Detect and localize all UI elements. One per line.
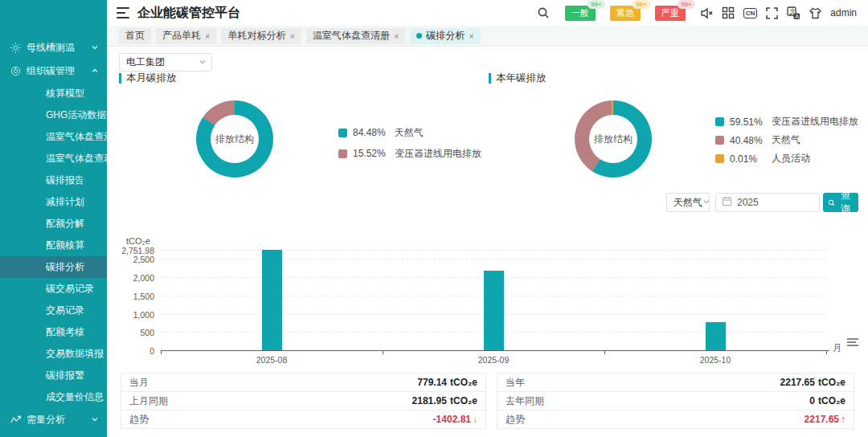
x-axis-category-label: 2025-09 (478, 355, 510, 365)
sidebar-item[interactable]: 配额考核 (0, 321, 107, 343)
summary-value: 2217.65 (780, 377, 815, 388)
x-axis-category-label: 2025-08 (256, 355, 288, 365)
sidebar-item[interactable]: 配额分解 (0, 213, 107, 235)
tab-close-icon[interactable]: × (289, 31, 294, 41)
x-axis-tick (826, 351, 827, 354)
top-header: 企业能碳管控平台 一般99+紧急99+严重99+ CN 文A admin (107, 0, 868, 26)
wave-icon (10, 415, 21, 426)
sidebar-item[interactable]: 减排计划 (0, 191, 107, 213)
summary-row: 趋势2217.65↑ (497, 410, 854, 428)
main-content: 电工集团 本月碳排放 本年碳排放 排放结构 排放结构 84.48%天然气15.5… (107, 47, 868, 437)
chevron-up-icon (91, 66, 99, 77)
chevron-down-icon (702, 197, 710, 208)
legend-label: 变压器进线用电排放 (772, 115, 858, 129)
section-title-month: 本月碳排放 (119, 71, 177, 85)
tab-label: 单耗对标分析 (227, 29, 285, 43)
sidebar-item[interactable]: 碳交易记录 (0, 278, 107, 300)
collapse-menu-icon[interactable] (117, 7, 129, 18)
tab[interactable]: 单耗对标分析× (221, 28, 301, 44)
sidebar-item[interactable]: 交易数据填报 (0, 343, 107, 365)
bar-2025-10 (706, 322, 726, 350)
alarm-badge[interactable]: 一般99+ (565, 6, 596, 21)
summary-value: 2217.65 (805, 414, 839, 425)
alarm-badges: 一般99+紧急99+严重99+ (565, 6, 686, 21)
tab-close-icon[interactable]: × (469, 31, 473, 41)
fullscreen-icon[interactable] (765, 6, 779, 20)
section-title-year: 本年碳排放 (489, 71, 547, 85)
y-axis-tick-label: 0 (113, 346, 154, 356)
sidebar-group-label: 需量分析 (27, 413, 85, 427)
summary-label: 当月 (129, 376, 417, 390)
org-select[interactable]: 电工集团 (119, 53, 212, 71)
summary-row: 去年同期0tCO₂e (497, 392, 854, 410)
tab-close-icon[interactable]: × (394, 31, 399, 41)
alarm-badge-count: 99+ (633, 0, 650, 9)
user-name[interactable]: admin (830, 7, 857, 18)
legend-percent: 84.48% (353, 127, 395, 138)
calendar-icon (722, 196, 732, 209)
page-title: 企业能碳管控平台 (137, 5, 240, 22)
apps-grid-icon[interactable] (722, 6, 735, 20)
sidebar-item[interactable]: 核算模型 (0, 83, 107, 104)
translate-icon[interactable]: 文A (787, 6, 800, 20)
y-axis-tick-label: 500 (113, 328, 154, 337)
mute-icon[interactable] (700, 6, 714, 20)
tab-active[interactable]: 碳排分析× (410, 28, 480, 44)
sidebar-item[interactable]: GHG活动数据采集 (0, 104, 107, 126)
sidebar-item[interactable]: 碳排报告 (0, 169, 107, 191)
sidebar-item[interactable]: 交易记录 (0, 300, 107, 321)
search-icon[interactable] (537, 6, 551, 20)
sidebar-group-item[interactable]: 母线槽测温 (0, 36, 107, 59)
x-axis-line (161, 350, 829, 351)
donut-chart-month: 排放结构 (196, 100, 273, 178)
legend-year: 59.51%变压器进线用电排放40.48%天然气0.01%人员活动 (715, 112, 858, 168)
legend-item[interactable]: 0.01%人员活动 (715, 149, 858, 168)
sidebar-item[interactable]: 碳排报警 (0, 365, 107, 386)
legend-item[interactable]: 40.48%天然气 (715, 131, 858, 149)
legend-item[interactable]: 59.51%变压器进线用电排放 (715, 112, 858, 131)
page-root: 母线槽测温组织碳管理核算模型GHG活动数据采集温室气体盘查清册温室气体盘查表碳排… (0, 0, 868, 437)
summary-row: 上月同期2181.95tCO₂e (121, 392, 485, 410)
x-axis-unit: 月 (833, 342, 841, 354)
tab-bar: 首页产品单耗×单耗对标分析×温室气体盘查清册×碳排分析× (107, 26, 868, 47)
tab-close-icon[interactable]: × (205, 31, 210, 41)
alarm-badge[interactable]: 紧急99+ (610, 6, 641, 21)
sidebar-item[interactable]: 成交量价信息 (0, 386, 107, 408)
year-picker[interactable]: 2025 (715, 193, 820, 212)
sidebar-group-item[interactable]: 组织碳管理 (0, 59, 107, 83)
chart-toolbox-icon[interactable] (847, 337, 858, 347)
gridline (161, 250, 826, 251)
carbon-org-icon (10, 66, 21, 77)
search-button[interactable]: 查询 (823, 193, 858, 212)
legend-item[interactable]: 15.52%变压器进线用电排放 (338, 143, 481, 164)
sun-icon (10, 43, 21, 54)
y-axis-tick-label: 1,000 (113, 310, 154, 320)
bar-chart: tCO₂e 月 05001,0001,5002,0002,5002,751.98… (107, 231, 868, 368)
legend-percent: 40.48% (730, 135, 772, 146)
gas-select[interactable]: 天然气 (666, 193, 710, 212)
legend-swatch (338, 149, 347, 158)
bar-2025-09 (484, 271, 504, 350)
x-axis-tick (604, 351, 605, 354)
tab[interactable]: 产品单耗× (156, 28, 216, 44)
sidebar-group-label: 母线槽测温 (27, 41, 85, 55)
sidebar-item[interactable]: 温室气体盘查表 (0, 148, 107, 169)
sidebar-item[interactable]: 碳排分析 (0, 256, 107, 278)
legend-item[interactable]: 84.48%天然气 (338, 122, 481, 143)
language-cn-icon[interactable]: CN (743, 8, 758, 18)
sidebar-group-item[interactable]: 需量分析 (0, 408, 107, 431)
summary-value: 2181.95 (412, 395, 447, 406)
tab[interactable]: 温室气体盘查清册× (306, 28, 405, 44)
sidebar-item[interactable]: 温室气体盘查清册 (0, 126, 107, 148)
alarm-badge[interactable]: 严重99+ (655, 6, 686, 21)
donut-center-label: 排放结构 (594, 133, 633, 146)
summary-table-month: 当月779.14tCO₂e上月同期2181.95tCO₂e趋势-1402.81↓ (121, 373, 486, 429)
theme-shirt-icon[interactable] (809, 6, 822, 20)
legend-swatch (715, 154, 724, 163)
tab[interactable]: 首页 (119, 28, 151, 44)
alarm-badge-count: 99+ (678, 0, 695, 9)
sidebar-group-label: 组织碳管理 (27, 64, 85, 78)
sidebar-item[interactable]: 配额核算 (0, 235, 107, 256)
y-axis-tick-label: 2,500 (113, 255, 154, 264)
x-axis-category-label: 2025-10 (700, 355, 731, 365)
